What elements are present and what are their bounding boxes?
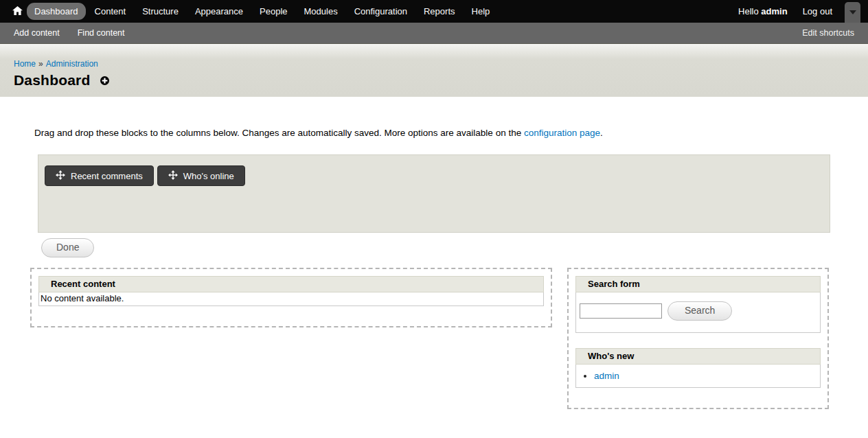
edit-shortcuts-link[interactable]: Edit shortcuts bbox=[802, 28, 854, 38]
admin-toolbar: Dashboard Content Structure Appearance P… bbox=[0, 0, 868, 23]
whos-new-user-list: admin bbox=[576, 371, 820, 381]
dashboard-column-sidebar[interactable]: Search form Search Who's new admin bbox=[567, 268, 829, 409]
menu-item-help[interactable]: Help bbox=[464, 3, 498, 20]
draggable-block-label: Who's online bbox=[183, 171, 234, 181]
move-icon bbox=[168, 170, 178, 182]
draggable-block-recent-comments[interactable]: Recent comments bbox=[45, 165, 154, 186]
whos-new-block: Who's new admin bbox=[575, 348, 821, 388]
main-content: Drag and drop these blocks to the column… bbox=[0, 128, 868, 409]
menu-item-configuration[interactable]: Configuration bbox=[347, 3, 415, 20]
menu-item-modules[interactable]: Modules bbox=[297, 3, 345, 20]
move-icon bbox=[56, 170, 65, 182]
breadcrumb: Home»Administration bbox=[14, 59, 854, 69]
breadcrumb-home-link[interactable]: Home bbox=[14, 59, 36, 69]
breadcrumb-administration-link[interactable]: Administration bbox=[46, 59, 98, 69]
list-item: admin bbox=[594, 371, 820, 381]
dashboard-column-main[interactable]: Recent content No content available. bbox=[30, 268, 552, 327]
drag-drop-region[interactable]: Recent comments Who's online bbox=[38, 154, 830, 233]
whos-new-block-title: Who's new bbox=[575, 348, 821, 365]
shortcut-find-content[interactable]: Find content bbox=[78, 28, 125, 38]
recent-content-block: Recent content No content available. bbox=[38, 276, 544, 306]
draggable-block-whos-online[interactable]: Who's online bbox=[157, 165, 245, 186]
menu-item-structure[interactable]: Structure bbox=[135, 3, 186, 20]
search-input[interactable] bbox=[580, 303, 662, 319]
toolbar-toggle-button[interactable] bbox=[845, 2, 860, 23]
configuration-page-link[interactable]: configuration page bbox=[524, 128, 600, 138]
page-title: Dashboard bbox=[14, 72, 91, 89]
menu-item-people[interactable]: People bbox=[252, 3, 295, 20]
draggable-block-label: Recent comments bbox=[71, 171, 143, 181]
menu-item-content[interactable]: Content bbox=[87, 3, 134, 20]
search-form-block-title: Search form bbox=[575, 276, 821, 292]
circle-plus-icon[interactable] bbox=[100, 76, 109, 85]
dashboard-help-text: Drag and drop these blocks to the column… bbox=[34, 128, 868, 138]
home-icon bbox=[12, 5, 23, 18]
menu-item-appearance[interactable]: Appearance bbox=[187, 3, 251, 20]
search-button[interactable]: Search bbox=[667, 301, 732, 321]
done-button[interactable]: Done bbox=[41, 238, 94, 257]
shortcut-links: Add content Find content bbox=[14, 28, 125, 38]
chevron-down-icon bbox=[849, 10, 856, 14]
admin-menu: Dashboard Content Structure Appearance P… bbox=[8, 3, 498, 21]
page-header: Home»Administration Dashboard bbox=[0, 44, 868, 97]
shortcut-bar: Add content Find content Edit shortcuts bbox=[0, 23, 868, 44]
user-greeting: Hello admin bbox=[738, 6, 788, 16]
recent-content-block-title: Recent content bbox=[38, 276, 544, 292]
menu-item-dashboard[interactable]: Dashboard bbox=[27, 3, 86, 20]
dashboard-columns: Recent content No content available. Sea… bbox=[30, 268, 829, 409]
search-form-block: Search form Search bbox=[575, 276, 821, 333]
user-link-admin[interactable]: admin bbox=[594, 371, 619, 381]
menu-item-reports[interactable]: Reports bbox=[416, 3, 463, 20]
shortcut-add-content[interactable]: Add content bbox=[14, 28, 60, 38]
breadcrumb-separator: » bbox=[38, 59, 43, 69]
username: admin bbox=[761, 6, 787, 16]
logout-link[interactable]: Log out bbox=[803, 6, 832, 16]
recent-content-empty-text: No content available. bbox=[39, 292, 543, 306]
home-button[interactable] bbox=[8, 3, 26, 21]
